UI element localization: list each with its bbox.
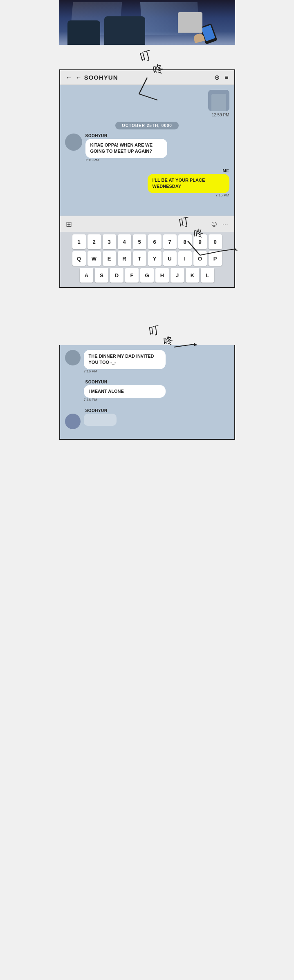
bottom-sender-name-3: SOOHYUN	[85, 408, 229, 413]
back-button[interactable]: ←	[66, 74, 72, 81]
bottom-msg-block-2: I MEANT ALONE 7:16 PM	[65, 385, 229, 403]
keyboard-row-qwerty: Q W E R T Y U I O P	[63, 251, 232, 266]
message-block-2: ME I'LL BE AT YOUR PLACE WEDNESDAY 7:15 …	[65, 169, 229, 199]
bottom-msg-bubble-1: THE DINNER MY DAD INVITED YOU TOO -_-	[84, 350, 166, 369]
sender-name-1: SOOHYUN	[85, 134, 229, 138]
input-right-icons: ☺ ···	[210, 219, 228, 229]
key-5[interactable]: 5	[133, 234, 146, 249]
key-8[interactable]: 8	[178, 234, 192, 249]
chat-messages: 12:59 PM OCTOBER 25TH, 0000 SOOHYUN KITA…	[60, 85, 234, 216]
bottom-avatar-3	[65, 414, 81, 429]
top-spacer	[0, 45, 294, 69]
keyboard-row-asdf: A S D F G H J K L	[63, 268, 232, 283]
key-a[interactable]: A	[80, 268, 93, 283]
key-w[interactable]: W	[88, 251, 101, 266]
bottom-msg-2: I MEANT ALONE 7:16 PM	[65, 385, 229, 403]
bottom-msg-bubble-2: I MEANT ALONE	[84, 385, 166, 398]
key-2[interactable]: 2	[88, 234, 101, 249]
svg-marker-9	[235, 248, 238, 251]
key-3[interactable]: 3	[103, 234, 116, 249]
menu-icon[interactable]: ≡	[224, 74, 228, 81]
keyboard: 1 2 3 4 5 6 7 8 9 0 Q W E R T	[60, 232, 234, 287]
bottom-msg-1: THE DINNER MY DAD INVITED YOU TOO -_- 7:…	[65, 350, 229, 375]
chat-header-right: ⊕ ≡	[214, 74, 228, 81]
keyboard-row-numbers: 1 2 3 4 5 6 7 8 9 0	[63, 234, 232, 249]
sender-name-2: ME	[223, 169, 229, 173]
key-s[interactable]: S	[95, 268, 108, 283]
key-f[interactable]: F	[125, 268, 139, 283]
key-d[interactable]: D	[110, 268, 123, 283]
key-r[interactable]: R	[118, 251, 131, 266]
key-k[interactable]: K	[186, 268, 199, 283]
key-t[interactable]: T	[133, 251, 146, 266]
key-6[interactable]: 6	[148, 234, 162, 249]
bottom-msg-time-2: 7:16 PM	[84, 398, 229, 402]
key-0[interactable]: 0	[209, 234, 222, 249]
key-j[interactable]: J	[171, 268, 184, 283]
zoom-icon[interactable]: ⊕	[214, 74, 220, 81]
bottom-msg-block-1: THE DINNER MY DAD INVITED YOU TOO -_- 7:…	[65, 350, 229, 375]
key-1[interactable]: 1	[72, 234, 86, 249]
date-badge-text: OCTOBER 25TH, 0000	[115, 122, 179, 129]
key-o[interactable]: O	[193, 251, 207, 266]
bottom-msg-content-1: THE DINNER MY DAD INVITED YOU TOO -_- 7:…	[84, 350, 229, 375]
key-4[interactable]: 4	[118, 234, 131, 249]
msg-bubble-2: I'LL BE AT YOUR PLACE WEDNESDAY	[148, 174, 229, 193]
soohyun-avatar-1	[65, 134, 82, 151]
key-9[interactable]: 9	[193, 234, 207, 249]
key-l[interactable]: L	[201, 268, 214, 283]
date-badge: OCTOBER 25TH, 0000	[65, 121, 229, 129]
msg-time-1: 7:15 PM	[85, 158, 229, 162]
bottom-msg-block-3	[65, 414, 229, 429]
chat-app: ← ← SOOHYUN ⊕ ≡ 12:59 PM	[59, 69, 235, 288]
key-7[interactable]: 7	[163, 234, 177, 249]
bottom-padding	[0, 440, 294, 456]
manga-panel-top	[59, 0, 235, 45]
key-p[interactable]: P	[209, 251, 222, 266]
middle-spacer	[0, 288, 294, 345]
contact-name: ← SOOHYUN	[76, 74, 118, 81]
key-i[interactable]: I	[178, 251, 192, 266]
chat-section-bottom: THE DINNER MY DAD INVITED YOU TOO -_- 7:…	[59, 345, 235, 440]
chat-input-bar: ⊞ ☺ ···	[60, 216, 234, 232]
bottom-msg-3	[65, 414, 229, 429]
outgoing-profile-header	[65, 90, 229, 111]
key-h[interactable]: H	[155, 268, 169, 283]
bottom-avatar-1	[65, 350, 81, 365]
message-block-1: SOOHYUN KITAE OPPA! WHEN ARE WE GOING TO…	[65, 134, 229, 164]
page-wrapper: 叮 咚 ← ← SOOHYUN ⊕ ≡	[0, 0, 294, 456]
chat-header: ← ← SOOHYUN ⊕ ≡	[60, 70, 234, 85]
outgoing-avatar	[208, 90, 229, 111]
more-button[interactable]: ···	[222, 221, 229, 227]
chat-header-left: ← ← SOOHYUN	[66, 74, 118, 81]
msg-bubble-1: KITAE OPPA! WHEN ARE WE GOING TO MEET UP…	[85, 139, 167, 158]
key-u[interactable]: U	[163, 251, 177, 266]
msg-with-avatar-1: SOOHYUN KITAE OPPA! WHEN ARE WE GOING TO…	[65, 134, 229, 164]
bottom-sender-name-2: SOOHYUN	[85, 380, 229, 384]
key-q[interactable]: Q	[72, 251, 86, 266]
bottom-msg-content-3	[84, 414, 229, 426]
msg-content-1: SOOHYUN KITAE OPPA! WHEN ARE WE GOING TO…	[85, 134, 229, 164]
bottom-msg-time-1: 7:16 PM	[84, 369, 229, 373]
emoji-button[interactable]: ☺	[210, 219, 218, 229]
attach-button[interactable]: ⊞	[66, 220, 72, 229]
key-y[interactable]: Y	[148, 251, 162, 266]
key-g[interactable]: G	[140, 268, 154, 283]
top-timestamp: 12:59 PM	[65, 113, 229, 117]
bottom-msg-content-2: I MEANT ALONE 7:16 PM	[84, 385, 229, 403]
key-e[interactable]: E	[103, 251, 116, 266]
msg-time-2: 7:15 PM	[215, 193, 229, 197]
